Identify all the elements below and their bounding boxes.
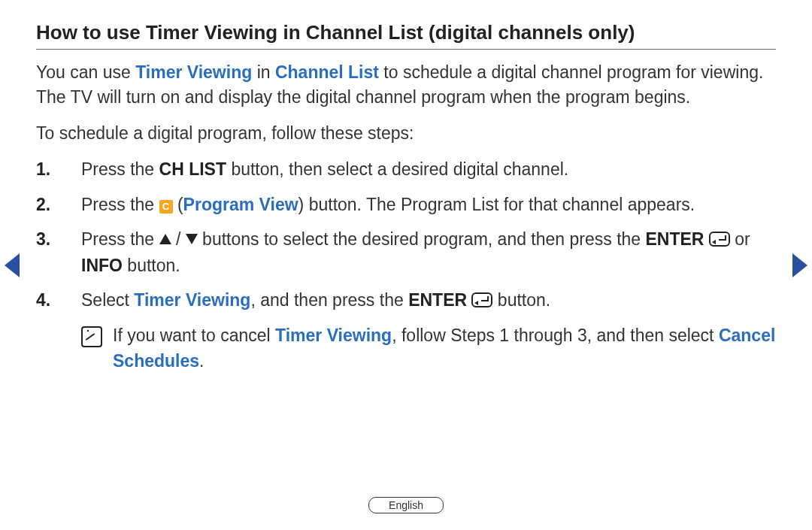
step-3: 3. Press the / buttons to select the des… — [81, 226, 776, 278]
text: Press the — [81, 229, 159, 249]
step-number: 2. — [36, 192, 69, 218]
text: button. The Program List for that channe… — [304, 195, 695, 214]
up-arrow-icon — [159, 234, 171, 244]
text: Press the — [81, 159, 159, 179]
note-icon — [81, 326, 102, 347]
enter-label: ENTER — [646, 229, 704, 249]
lead-paragraph: To schedule a digital program, follow th… — [36, 121, 776, 146]
note-text: If you want to cancel Timer Viewing, fol… — [113, 323, 776, 374]
ch-list-label: CH LIST — [159, 159, 226, 179]
enter-icon — [471, 292, 492, 307]
highlight-program-view: Program View — [183, 195, 298, 214]
step-number: 4. — [36, 287, 69, 313]
language-badge: English — [368, 497, 444, 513]
prev-page-button[interactable] — [5, 253, 20, 277]
text: or — [730, 229, 750, 249]
text: You can use — [36, 62, 135, 82]
page-title: How to use Timer Viewing in Channel List… — [36, 21, 776, 50]
enter-label: ENTER — [408, 290, 467, 310]
text: If you want to cancel — [113, 326, 275, 345]
enter-icon — [709, 232, 730, 247]
text: . — [199, 351, 204, 371]
step-number: 1. — [36, 156, 69, 183]
highlight-channel-list: Channel List — [275, 62, 379, 82]
text: Select — [81, 290, 134, 310]
note: If you want to cancel Timer Viewing, fol… — [36, 323, 776, 374]
text: / — [171, 229, 186, 249]
text: ( — [173, 195, 183, 214]
text: button. — [492, 290, 550, 310]
highlight-timer-viewing: Timer Viewing — [134, 290, 250, 310]
steps-list: 1. Press the CH LIST button, then select… — [36, 156, 776, 313]
text: buttons to select the desired program, a… — [198, 229, 646, 249]
text: button, then select a desired digital ch… — [226, 159, 568, 179]
step-4: 4. Select Timer Viewing, and then press … — [81, 287, 776, 313]
info-label: INFO — [81, 256, 123, 275]
text: , and then press the — [250, 290, 408, 310]
next-page-button[interactable] — [792, 253, 807, 277]
step-1: 1. Press the CH LIST button, then select… — [81, 156, 776, 183]
manual-page: How to use Timer Viewing in Channel List… — [0, 0, 812, 530]
step-2: 2. Press the C (Program View) button. Th… — [81, 192, 776, 218]
text: Press the — [81, 195, 159, 214]
highlight-timer-viewing: Timer Viewing — [275, 326, 392, 345]
c-button-icon: C — [159, 200, 173, 214]
text: in — [252, 62, 275, 82]
intro-paragraph: You can use Timer Viewing in Channel Lis… — [36, 60, 776, 111]
text: button. — [123, 256, 180, 275]
highlight-timer-viewing: Timer Viewing — [135, 62, 252, 82]
down-arrow-icon — [186, 234, 198, 244]
step-number: 3. — [36, 226, 69, 253]
text: , follow Steps 1 through 3, and then sel… — [392, 326, 719, 345]
